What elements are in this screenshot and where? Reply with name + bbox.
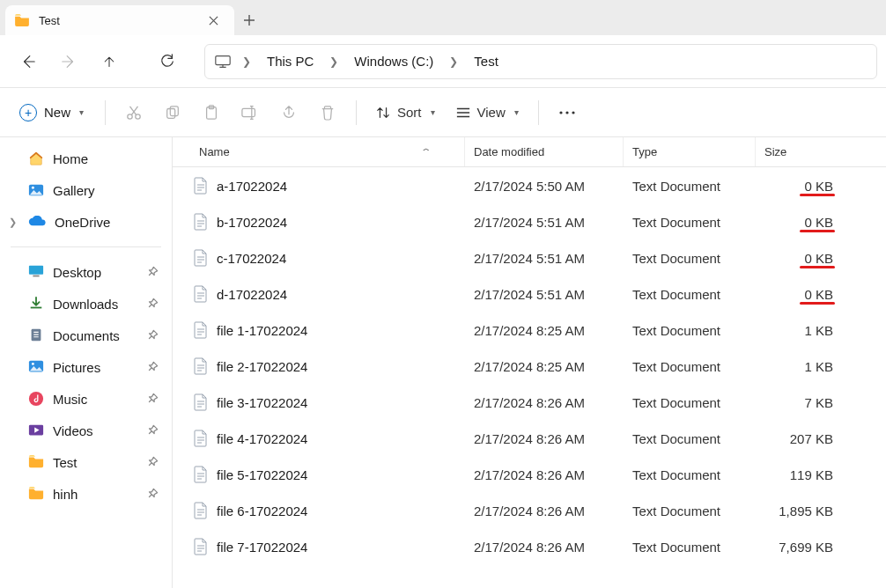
more-button[interactable] [550,95,585,130]
svg-rect-3 [167,108,175,118]
monitor-icon [214,55,232,69]
separator [356,100,357,125]
file-size: 0 KB [756,179,840,194]
forward-button[interactable] [51,44,86,79]
file-date: 2/17/2024 8:26 AM [465,503,624,518]
downloads-icon [28,296,44,312]
folder-icon [28,486,44,502]
address-bar[interactable]: ❯ This PC ❯ Windows (C:) ❯ Test [204,44,877,79]
sidebar-item-home[interactable]: Home [4,143,168,174]
cut-button[interactable] [116,95,151,130]
file-name: a-17022024 [217,179,287,194]
pin-icon [145,392,160,407]
new-tab-button[interactable] [234,5,264,35]
chevron-right-icon: ❯ [322,55,345,68]
column-size[interactable]: Size [756,137,840,166]
chevron-right-icon[interactable]: ❯ [9,217,17,228]
column-date[interactable]: Date modified [465,137,624,166]
table-row[interactable]: file 4-170220242/17/2024 8:26 AMText Doc… [173,420,886,456]
table-row[interactable]: file 1-170220242/17/2024 8:25 AMText Doc… [173,312,886,348]
tab-test[interactable]: Test [5,5,234,35]
sidebar-item-pictures[interactable]: Pictures [4,351,168,383]
new-button[interactable]: + New ▾ [9,99,94,127]
plus-icon: + [19,104,37,121]
chevron-right-icon: ❯ [442,55,465,68]
rename-button[interactable] [233,95,268,130]
refresh-button[interactable] [150,44,185,79]
file-date: 2/17/2024 5:50 AM [465,179,624,194]
sidebar-item-hinh[interactable]: hinh [4,478,168,510]
pin-icon [145,423,160,438]
separator [105,100,106,125]
sidebar-item-onedrive[interactable]: ❯ OneDrive [4,206,168,238]
separator [11,246,161,247]
file-type: Text Document [624,540,756,555]
sidebar-item-test[interactable]: Test [4,446,168,478]
back-button[interactable] [11,44,46,79]
file-icon [194,538,208,555]
column-headers: Name ⌃ Date modified Type Size [173,137,886,167]
column-name-label: Name [199,145,230,158]
tab-bar: Test [0,0,886,35]
home-icon [28,151,44,166]
breadcrumb-this-pc[interactable]: This PC [262,50,319,72]
breadcrumb-drive-c[interactable]: Windows (C:) [349,50,439,72]
annotation-underline [800,194,835,196]
view-button[interactable]: View ▾ [447,99,528,125]
paste-button[interactable] [194,95,229,130]
file-name: file 1-17022024 [217,323,307,338]
file-icon [194,321,208,339]
table-row[interactable]: file 6-170220242/17/2024 8:26 AMText Doc… [173,492,886,528]
column-size-label: Size [764,145,786,158]
up-button[interactable] [92,44,127,79]
copy-button[interactable] [155,95,190,130]
share-button[interactable] [271,95,306,130]
file-name: file 5-17022024 [217,467,307,482]
table-row[interactable]: a-170220242/17/2024 5:50 AMText Document… [173,167,886,203]
breadcrumb-test[interactable]: Test [469,50,504,72]
table-row[interactable]: c-170220242/17/2024 5:51 AMText Document… [173,239,886,276]
column-date-label: Date modified [474,145,544,158]
svg-rect-13 [29,266,43,275]
table-row[interactable]: file 3-170220242/17/2024 8:26 AMText Doc… [173,384,886,420]
file-type: Text Document [624,323,756,338]
new-label: New [44,105,70,120]
separator [538,100,539,125]
sidebar-item-downloads[interactable]: Downloads [4,288,168,320]
music-icon [28,391,44,407]
column-type[interactable]: Type [624,137,756,166]
table-row[interactable]: file 5-170220242/17/2024 8:26 AMText Doc… [173,456,886,492]
file-size: 119 KB [756,467,840,482]
file-type: Text Document [624,467,756,482]
view-label: View [477,105,506,120]
file-type: Text Document [624,503,756,518]
file-size: 1,895 KB [756,503,840,518]
sidebar-item-videos[interactable]: Videos [4,415,168,446]
chevron-down-icon: ▾ [79,107,84,117]
pin-icon [145,455,160,470]
file-type: Text Document [624,287,756,302]
svg-point-9 [565,111,568,114]
file-type: Text Document [624,179,756,194]
sort-label: Sort [397,105,422,120]
table-row[interactable]: d-170220242/17/2024 5:51 AMText Document… [173,276,886,312]
sidebar-item-music[interactable]: Music [4,383,168,415]
nav-bar: ❯ This PC ❯ Windows (C:) ❯ Test [0,35,886,88]
table-row[interactable]: file 7-170220242/17/2024 8:26 AMText Doc… [173,528,886,564]
sidebar-item-desktop[interactable]: Desktop [4,256,168,288]
sidebar-item-documents[interactable]: Documents [4,320,168,351]
chevron-down-icon: ▾ [431,107,435,117]
delete-button[interactable] [310,95,345,130]
file-name: file 2-17022024 [217,359,307,374]
onedrive-icon [28,216,46,228]
pin-icon [145,297,160,312]
table-row[interactable]: b-170220242/17/2024 5:51 AMText Document… [173,203,886,239]
close-icon[interactable] [203,10,224,31]
table-row[interactable]: file 2-170220242/17/2024 8:25 AMText Doc… [173,348,886,384]
column-name[interactable]: Name ⌃ [173,137,465,166]
sort-button[interactable]: Sort ▾ [367,99,444,125]
sidebar-item-label: Downloads [53,297,118,312]
sidebar-item-gallery[interactable]: Gallery [4,174,168,206]
svg-point-8 [559,111,562,114]
sidebar-item-label: Pictures [53,360,100,375]
